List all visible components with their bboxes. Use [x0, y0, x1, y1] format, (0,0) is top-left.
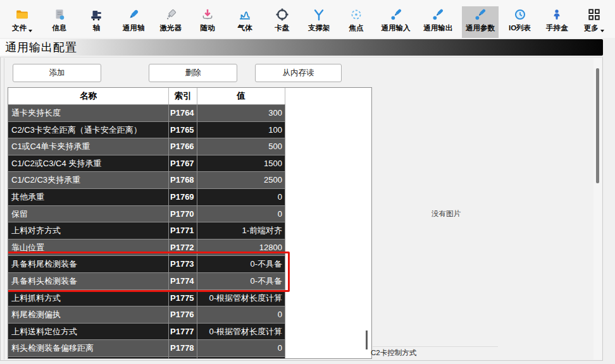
param-value-cell: 1-前端对齐	[197, 222, 285, 240]
toolbar-item-handheld[interactable]: 手持盒	[541, 6, 573, 38]
toolbar-item-general-output[interactable]: 通用输出	[419, 6, 456, 38]
header-index: 索引	[169, 88, 197, 104]
param-name-cell: 料尾检测偏执	[8, 306, 169, 324]
table-row[interactable]: C1/C2或C3/C4 夹持承重P17671500	[8, 155, 285, 173]
toolbar-item-label: 激光器	[159, 23, 182, 33]
toolbar-item-label: 支撑架	[308, 23, 330, 33]
param-name-cell: C1/C2或C3/C4 夹持承重	[8, 155, 169, 173]
dropdown-caret-icon	[600, 30, 604, 32]
chuck-icon	[275, 8, 289, 21]
main-scrollbar-thumb[interactable]	[596, 68, 599, 183]
param-index-cell: P1764	[169, 105, 197, 122]
toolbar-item-laser[interactable]: 激光器	[155, 6, 187, 38]
gas-icon	[238, 8, 252, 21]
param-index-cell: P1776	[169, 306, 197, 324]
table-row[interactable]: 上料对齐方式P17711-前端对齐	[8, 222, 285, 240]
toolbar-item-label: 通用输入	[382, 23, 411, 33]
toolbar-item-io-list[interactable]: IO列表	[504, 6, 536, 38]
table-row[interactable]: 具备料尾检测装备P17730-不具备	[8, 256, 285, 273]
groupbox-top-border	[373, 346, 498, 347]
toolbar-item-label: 更多	[584, 23, 604, 33]
toolbar-item-info-document[interactable]: 信息	[44, 6, 75, 38]
support-icon	[312, 8, 326, 21]
add-button[interactable]: 添加	[13, 64, 101, 82]
page-title: 通用输出配置	[5, 40, 77, 55]
param-index-cell: P1768	[169, 172, 197, 189]
table-row[interactable]: 通卡夹持长度P1764300	[8, 105, 285, 122]
toolbar-item-label: 通用轴	[123, 23, 145, 33]
param-value-cell: 0-不具备	[197, 256, 285, 273]
param-value-cell: 0-根据管材长度计算	[197, 290, 285, 307]
toolbar-item-folder[interactable]: 文件	[6, 6, 38, 38]
table-row[interactable]: 上料抓料方式P17750-根据管材长度计算	[8, 290, 285, 307]
handheld-icon	[550, 8, 564, 21]
toolbar-item-follow[interactable]: 随动	[192, 6, 223, 38]
table-row[interactable]: 料尾检测偏执P17760	[8, 306, 285, 324]
param-value-cell: 300	[197, 105, 285, 122]
toolbar-item-axis[interactable]: 轴	[80, 6, 112, 38]
no-image-placeholder: 没有图片	[392, 209, 500, 219]
table-row-partial[interactable]	[8, 357, 285, 359]
param-name-cell: 具备料头检测装备	[8, 273, 169, 290]
app-window: 文件信息轴通用轴激光器随动气体卡盘支撑架焦点通用输入通用输出通用参数IO列表手持…	[0, 0, 615, 364]
toolbar-item-label: 手持盒	[546, 23, 568, 33]
toolbar-item-more[interactable]: 更多	[578, 6, 610, 38]
param-index-cell: P1772	[169, 240, 197, 257]
toolbar-item-label: 信息	[52, 23, 66, 33]
param-value-cell: 1500	[197, 155, 285, 173]
general-params-icon	[473, 8, 487, 21]
toolbar-item-general-axis[interactable]: 通用轴	[118, 6, 149, 38]
toolbar: 文件信息轴通用轴激光器随动气体卡盘支撑架焦点通用输入通用输出通用参数IO列表手持…	[0, 0, 615, 38]
param-index-cell: P1769	[169, 189, 197, 206]
param-value-cell: 0	[197, 206, 285, 223]
laser-icon	[164, 8, 178, 21]
param-index-cell: P1778	[169, 340, 197, 357]
param-name-cell: 其他承重	[8, 189, 169, 206]
toolbar-item-focus[interactable]: 焦点	[340, 6, 372, 38]
table-scrollbar-thumb[interactable]	[366, 331, 368, 349]
toolbar-item-gas[interactable]: 气体	[229, 6, 261, 38]
param-index-cell: P1770	[169, 206, 197, 223]
general-input-icon	[389, 8, 403, 21]
table-row[interactable]: 具备料头检测装备P17740-不具备	[8, 273, 285, 290]
toolbar-item-chuck[interactable]: 卡盘	[266, 6, 298, 38]
param-name-cell: C1或C4单卡夹持承重	[8, 138, 169, 155]
table-row[interactable]: 料头检测装备偏移距离P17780	[8, 340, 285, 357]
table-row[interactable]: C2/C3卡安全距离（通卡安全距离）P1765100	[8, 122, 285, 139]
param-value-cell: 0-不具备	[197, 273, 285, 290]
param-name-cell: 具备料尾检测装备	[8, 256, 169, 273]
toolbar-item-label: 文件	[12, 23, 32, 33]
param-index-cell: P1777	[169, 324, 197, 341]
groupbox-label: C2卡控制方式	[371, 348, 416, 358]
table-row[interactable]: 保留P17700	[8, 206, 285, 223]
folder-icon	[15, 8, 29, 21]
toolbar-item-support[interactable]: 支撑架	[303, 6, 335, 38]
toolbar-item-label: 通用参数	[466, 23, 495, 33]
delete-button[interactable]: 删除	[149, 64, 237, 82]
table-header: 名称 索引 值	[8, 88, 285, 105]
toolbar-item-general-params[interactable]: 通用参数	[462, 6, 499, 38]
read-from-memory-button[interactable]: 从内存读	[255, 64, 342, 82]
param-name-cell: 料头检测装备偏移距离	[8, 340, 169, 357]
param-value-cell: 0-根据管材长度计算	[197, 324, 285, 341]
param-name-cell: 保留	[8, 206, 169, 223]
param-value-cell: 500	[197, 138, 285, 155]
param-index-cell: P1765	[169, 122, 197, 139]
table-row[interactable]: 靠山位置P177212800	[8, 240, 285, 257]
table-row[interactable]: C1或C4单卡夹持承重P1766500	[8, 138, 285, 155]
table-row[interactable]: 其他承重P17690	[8, 189, 285, 206]
param-index-cell: P1766	[169, 138, 197, 155]
param-name-cell: 上料抓料方式	[8, 290, 169, 307]
toolbar-item-label: 轴	[93, 23, 101, 33]
table-row[interactable]: C1/C2/C3夹持承重P17682500	[8, 172, 285, 189]
table-row[interactable]: 上料送料定位方式P17770-根据管材长度计算	[8, 324, 285, 341]
focus-icon	[349, 8, 363, 21]
param-name-cell: C1/C2/C3夹持承重	[8, 172, 169, 189]
param-value-cell: 100	[197, 122, 285, 139]
param-value-cell: 12800	[197, 240, 285, 257]
toolbar-item-label: IO列表	[509, 23, 531, 33]
header-name: 名称	[8, 88, 169, 104]
param-index-cell: P1774	[169, 273, 197, 290]
param-index-cell: P1775	[169, 290, 197, 307]
toolbar-item-general-input[interactable]: 通用输入	[378, 6, 414, 38]
